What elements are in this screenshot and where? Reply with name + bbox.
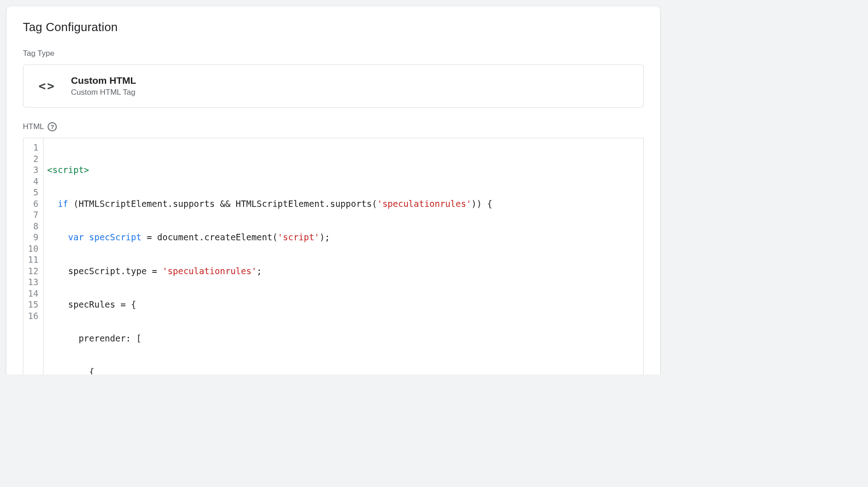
line-number: 15 xyxy=(26,299,38,310)
code-line: specRules = { xyxy=(47,299,639,310)
tag-type-selector[interactable]: <> Custom HTML Custom HTML Tag xyxy=(23,65,644,108)
html-code-editor[interactable]: 1 2 3 4 5 6 7 8 9 10 11 12 13 14 15 16 <… xyxy=(23,138,644,374)
line-number: 10 xyxy=(26,243,38,254)
line-number: 4 xyxy=(26,176,38,187)
help-icon[interactable]: ? xyxy=(48,122,57,131)
line-number-gutter: 1 2 3 4 5 6 7 8 9 10 11 12 13 14 15 16 xyxy=(23,138,43,374)
code-line: specScript.type = 'speculationrules'; xyxy=(47,265,639,277)
code-line: var specScript = document.createElement(… xyxy=(47,232,639,243)
tag-configuration-card: Tag Configuration Tag Type <> Custom HTM… xyxy=(6,6,660,374)
line-number: 14 xyxy=(26,288,38,299)
code-area[interactable]: <script> if (HTMLScriptElement.supports … xyxy=(43,138,643,374)
line-number: 1 xyxy=(26,142,38,153)
line-number: 5 xyxy=(26,187,38,198)
line-number: 13 xyxy=(26,276,38,288)
tag-type-label-text: Tag Type xyxy=(23,49,54,58)
line-number: 7 xyxy=(26,209,38,221)
code-line: <script> xyxy=(47,164,639,176)
code-line: prerender: [ xyxy=(47,333,639,344)
code-line: { xyxy=(47,366,639,374)
tag-type-name: Custom HTML xyxy=(71,75,136,86)
line-number: 6 xyxy=(26,198,38,210)
tag-type-description: Custom HTML Tag xyxy=(71,88,136,97)
html-field-label: HTML ? xyxy=(23,122,644,131)
tag-type-label: Tag Type xyxy=(23,49,644,58)
line-number: 16 xyxy=(26,310,38,322)
line-number: 3 xyxy=(26,164,38,176)
line-number: 11 xyxy=(26,254,38,265)
html-label-text: HTML xyxy=(23,122,44,131)
line-number: 9 xyxy=(26,232,38,243)
code-icon: <> xyxy=(36,79,58,93)
line-number: 8 xyxy=(26,221,38,232)
code-line: if (HTMLScriptElement.supports && HTMLSc… xyxy=(47,198,639,210)
card-title: Tag Configuration xyxy=(23,20,644,34)
line-number: 2 xyxy=(26,153,38,165)
line-number: 12 xyxy=(26,265,38,277)
